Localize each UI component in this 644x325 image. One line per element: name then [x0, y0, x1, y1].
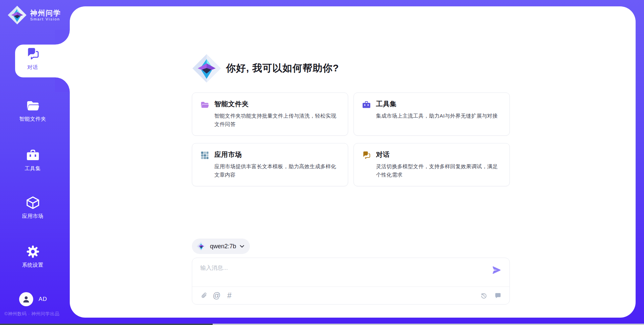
card-app-market[interactable]: 应用市场 应用市场提供丰富长文本模板，助力高效生成多样化文章内容 — [192, 143, 348, 186]
model-selector[interactable]: qwen2:7b — [192, 239, 250, 254]
card-description: 智能文件夹功能支持批量文件上传与清洗，轻松实现文件问答 — [214, 112, 340, 128]
folder-icon — [26, 99, 40, 113]
card-smart-folder[interactable]: 智能文件夹 智能文件夹功能支持批量文件上传与清洗，轻松实现文件问答 — [192, 92, 348, 136]
user-name: AD — [39, 296, 47, 303]
sidebar-item-label: 对话 — [28, 64, 38, 71]
folder-icon — [200, 100, 209, 109]
bottom-edge-strip — [0, 324, 644, 325]
history-icon — [480, 292, 487, 299]
toolbox-icon — [26, 148, 40, 162]
toolbox-icon — [362, 100, 371, 109]
sidebar-item-label: 工具集 — [25, 165, 41, 172]
sidebar-item-label: 系统设置 — [22, 262, 44, 269]
user-account[interactable]: AD — [19, 292, 47, 306]
card-title: 对话 — [376, 150, 501, 159]
mention-button[interactable]: @ — [212, 291, 221, 300]
sidebar-item-chat[interactable]: 对话 — [0, 47, 65, 71]
chat-bubble-icon — [494, 292, 501, 299]
welcome-header: 你好, 我可以如何帮助你? — [192, 54, 339, 83]
paperclip-icon — [201, 292, 208, 299]
sidebar-item-toolset[interactable]: 工具集 — [0, 148, 65, 172]
grid-icon — [200, 151, 209, 160]
card-title: 应用市场 — [214, 150, 340, 159]
card-chat[interactable]: 对话 灵活切换多模型文件，支持多样回复效果调试，满足个性化需求 — [354, 143, 510, 186]
chat-icon — [362, 151, 371, 160]
card-description: 应用市场提供丰富长文本模板，助力高效生成多样化文章内容 — [214, 162, 340, 179]
card-description: 集成市场上主流工具，助力AI与外界无缝扩展与对接 — [376, 112, 498, 120]
hashtag-button[interactable]: # — [225, 291, 234, 300]
card-title: 工具集 — [376, 100, 498, 109]
cube-icon — [26, 196, 40, 210]
person-icon — [22, 295, 31, 304]
sidebar-item-label: 应用市场 — [22, 213, 44, 220]
card-title: 智能文件夹 — [214, 100, 340, 109]
gear-icon — [26, 245, 40, 259]
card-description: 灵活切换多模型文件，支持多样回复效果调试，满足个性化需求 — [376, 162, 501, 179]
history-button[interactable] — [479, 291, 488, 300]
message-input[interactable] — [192, 258, 509, 271]
send-icon — [491, 265, 501, 275]
copyright-footer: ©神州数码 · 神州问学出品 — [4, 311, 70, 317]
brand-name: 神州问学 — [30, 9, 61, 17]
model-name: qwen2:7b — [210, 243, 236, 250]
sidebar-item-app-market[interactable]: 应用市场 — [0, 196, 65, 220]
input-row — [192, 258, 509, 287]
sidebar-item-label: 智能文件夹 — [19, 116, 46, 123]
chat-icon — [26, 47, 40, 61]
greeting-title: 你好, 我可以如何帮助你? — [226, 62, 339, 75]
sidebar-item-smart-folder[interactable]: 智能文件夹 — [0, 99, 65, 123]
sidebar-item-settings[interactable]: 系统设置 — [0, 245, 65, 269]
send-button[interactable] — [491, 265, 502, 276]
message-composer: @ # — [192, 258, 510, 305]
composer-toolbar: @ # — [192, 287, 509, 304]
conversation-button[interactable] — [493, 291, 502, 300]
chevron-down-icon — [239, 244, 245, 249]
brand: 神州问学 Smart Vision — [7, 5, 61, 25]
welcome-diamond-logo-icon — [192, 54, 221, 83]
sidebar: 神州问学 Smart Vision 对话 智能文件夹 工具集 应用市场 系统设置 — [0, 0, 70, 325]
attach-file-button[interactable] — [200, 291, 208, 300]
brand-subtitle: Smart Vision — [30, 17, 61, 21]
brand-diamond-logo-icon — [7, 5, 27, 25]
feature-cards: 智能文件夹 智能文件夹功能支持批量文件上传与清洗，轻松实现文件问答 工具集 集成… — [192, 92, 510, 186]
app-root: 神州问学 Smart Vision 对话 智能文件夹 工具集 应用市场 系统设置 — [0, 0, 644, 325]
card-toolset[interactable]: 工具集 集成市场上主流工具，助力AI与外界无缝扩展与对接 — [354, 92, 510, 136]
avatar[interactable] — [19, 292, 33, 306]
model-diamond-logo-icon — [197, 242, 206, 251]
